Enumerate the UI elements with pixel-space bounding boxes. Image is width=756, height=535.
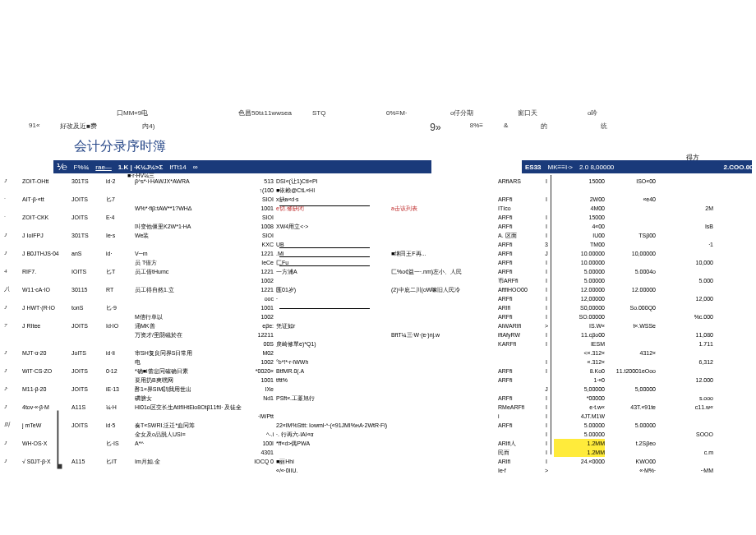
ledger-row: 4301民而I1.2MMc.m [4, 448, 752, 457]
cell [605, 376, 656, 385]
cell [71, 222, 106, 231]
cell: 5,00000 [554, 385, 605, 394]
cell: 4 [4, 267, 22, 276]
cell: ARFfi [498, 267, 539, 276]
cell: I [539, 439, 554, 448]
cell: JOITS [71, 421, 106, 430]
cell [71, 258, 106, 267]
cell: ARFfi [498, 294, 539, 303]
cell [71, 357, 106, 367]
cell [605, 394, 656, 403]
cell [106, 430, 135, 439]
cell: So.000Q0 [605, 303, 656, 312]
cell: tonS [71, 303, 106, 312]
cell [276, 276, 391, 285]
cell: 1.2MM [554, 439, 605, 448]
cell [135, 294, 250, 303]
cell: 10,00000 [605, 249, 656, 258]
cell [106, 339, 135, 348]
cell: 8.Ko0 [554, 367, 605, 376]
cell: J· [4, 385, 22, 394]
cell: ISO«00 [605, 177, 656, 186]
cell: J B0JTHJS·04 [22, 249, 71, 258]
cell [22, 330, 71, 339]
cell [135, 412, 250, 421]
cell: 6,312 [656, 357, 713, 367]
cell [539, 376, 554, 385]
cell: 301TS [71, 177, 106, 186]
cell: IeCe [250, 258, 276, 267]
defang: 得方 [683, 153, 703, 162]
cell: AIT·β·«tt [22, 195, 71, 204]
cell: · [4, 195, 22, 204]
cell [4, 276, 22, 285]
cell: ·IWPtt [250, 412, 276, 421]
cell [276, 330, 391, 339]
ledger-row: J· M11·β·20JOITSiE·13酢1«界SIM鹃我用世出IXeJ5,0… [4, 385, 752, 394]
cell: 10.00000 [554, 258, 605, 267]
cell [605, 276, 656, 285]
es33: ES33 [522, 164, 545, 171]
cell: 3 [539, 240, 554, 249]
ledger-row: 叫j mTeWJOITSid·5奏T«SWRI.泛迁*血同筹22«IM%Sttt… [4, 421, 752, 430]
cell: 匕7 [106, 195, 135, 204]
cell [106, 357, 135, 367]
cell: A. 区面 [498, 231, 539, 240]
ledger-row: J MJT·α·20JolTSid·Ii审SH复良同界S日常用M02<«.312… [4, 348, 752, 357]
cell [605, 213, 656, 222]
cell: JolTS [71, 348, 106, 357]
cell: 4«00 [554, 222, 605, 231]
cell: I [539, 421, 554, 430]
cell [71, 339, 106, 348]
cell: J HWT·(R·IO [22, 303, 71, 312]
cell: SO.00000 [554, 312, 605, 321]
cell: ARIfi [498, 457, 539, 466]
cell: KARFfi [498, 339, 539, 348]
cell [22, 204, 71, 213]
cell [539, 186, 554, 195]
cell [656, 177, 713, 186]
cell [605, 204, 656, 213]
cell [135, 466, 250, 475]
cell: · [276, 294, 391, 303]
ledger-row: 要用扔B爽嘿网1001 tftt%ARFfi1·«012.000 [4, 376, 752, 385]
cell: 匯01岁) [276, 285, 391, 294]
cell [71, 276, 106, 285]
cell [605, 240, 656, 249]
cell: IESM [554, 339, 605, 348]
cell: iE·13 [106, 385, 135, 394]
cell [276, 231, 391, 240]
cell: Id·IO [106, 321, 135, 330]
cell [71, 394, 106, 403]
cell [498, 186, 539, 195]
mm9-label: 口MM«9电 [117, 108, 148, 118]
ledger-row: 4 RIF7.IOITS匕T员工借tHumc1221 一方浦A匚%o₵益一·.n… [4, 267, 752, 276]
cell: 4301 [250, 448, 276, 457]
cell: %c.000 [656, 312, 713, 321]
cell [106, 466, 135, 475]
cell: 民而 [498, 448, 539, 457]
cell: 5,00000 [605, 385, 656, 394]
cell: c11.w« [656, 403, 713, 412]
cell [4, 294, 22, 303]
cell: ARIfi人 [498, 439, 539, 448]
cell: IS.W« [554, 321, 605, 330]
fenqi-label: o仔分期 [450, 108, 473, 118]
cell: 15000 [554, 213, 605, 222]
ledger-row: W%*·fiβ:tAW**1?WHΔ1001e切.修缺闭a击该列表ITIco4M… [4, 204, 752, 213]
cell: I [539, 339, 554, 348]
cell: 1221 [250, 285, 276, 294]
cell [71, 412, 106, 421]
cell [71, 439, 106, 448]
cell: ARFfi [498, 213, 539, 222]
cell: 万资才/里阴磁於在 [135, 330, 250, 339]
cell: 24.«0000 [554, 457, 605, 466]
cell [135, 303, 250, 312]
cell: I [539, 357, 554, 367]
cell [22, 258, 71, 267]
ledger-row: KXCUBARFfi3TM00·1 [4, 240, 752, 249]
cell: · [4, 213, 22, 222]
cell: ARFfi [498, 376, 539, 385]
cell: SOOO [656, 430, 713, 439]
cell [498, 348, 539, 357]
